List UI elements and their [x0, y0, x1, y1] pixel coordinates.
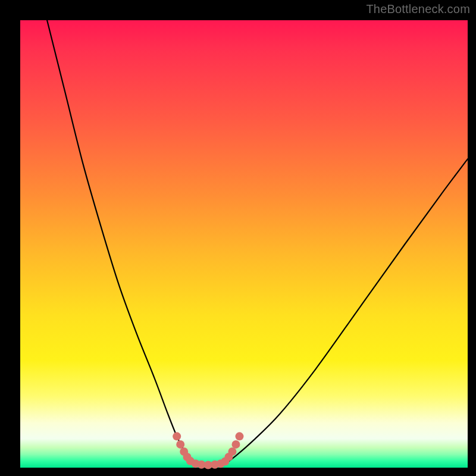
left-curve [47, 20, 190, 463]
valley-dot [228, 447, 236, 456]
valley-dot [231, 440, 240, 449]
right-curve [226, 159, 468, 463]
chart-frame: TheBottleneck.com [0, 0, 476, 476]
curve-layer [20, 20, 468, 468]
valley-dot [176, 440, 184, 449]
valley-dot [235, 432, 243, 440]
valley-dot [173, 432, 181, 440]
valley-markers [173, 432, 243, 469]
watermark-text: TheBottleneck.com [366, 2, 470, 16]
